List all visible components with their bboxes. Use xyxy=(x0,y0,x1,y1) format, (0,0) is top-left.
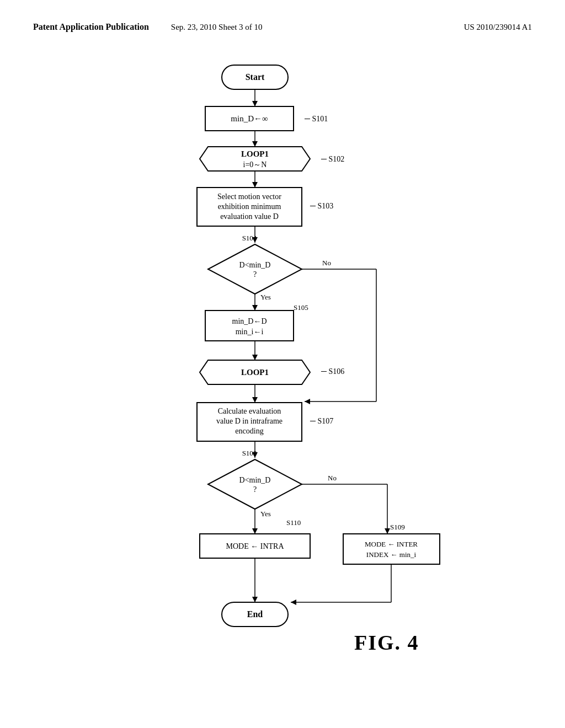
svg-text:?: ? xyxy=(253,485,257,494)
svg-text:─ S106: ─ S106 xyxy=(321,367,344,376)
svg-text:Start: Start xyxy=(246,72,265,82)
svg-text:Select motion vector: Select motion vector xyxy=(217,192,281,201)
svg-text:S104: S104 xyxy=(242,234,257,242)
svg-text:MODE ← INTER: MODE ← INTER xyxy=(365,540,418,548)
svg-rect-35 xyxy=(205,311,294,341)
svg-text:No: No xyxy=(322,259,331,267)
svg-marker-30 xyxy=(305,399,310,404)
svg-text:min_i←i: min_i←i xyxy=(236,328,264,336)
svg-marker-23 xyxy=(208,244,302,294)
svg-marker-3 xyxy=(252,101,258,106)
svg-text:Calculate evaluation: Calculate evaluation xyxy=(218,407,281,415)
svg-marker-44 xyxy=(252,397,258,403)
svg-text:S105: S105 xyxy=(294,303,308,312)
svg-text:Yes: Yes xyxy=(260,510,271,518)
svg-marker-59 xyxy=(385,528,390,534)
patent-number: US 2010/239014 A1 xyxy=(464,23,532,32)
svg-text:encoding: encoding xyxy=(235,427,263,435)
svg-text:LOOP1: LOOP1 xyxy=(241,149,269,158)
svg-marker-73 xyxy=(291,599,296,605)
svg-text:D<min_D: D<min_D xyxy=(239,476,271,484)
svg-text:D<min_D: D<min_D xyxy=(239,261,271,269)
svg-text:i=0～N: i=0～N xyxy=(243,160,267,169)
publication-title: Patent Application Publication xyxy=(33,22,149,32)
page-header: Patent Application Publication Sep. 23, … xyxy=(0,0,565,43)
svg-text:LOOP1: LOOP1 xyxy=(241,368,269,377)
flowchart-svg: Start min_D←∞ ─ S101 LOOP1 i=0～N ─ S102 … xyxy=(89,54,476,688)
svg-text:End: End xyxy=(247,609,263,619)
svg-text:─ S101: ─ S101 xyxy=(304,115,328,123)
svg-text:S108: S108 xyxy=(242,449,257,457)
svg-text:FIG. 4: FIG. 4 xyxy=(354,631,419,654)
svg-text:─ S107: ─ S107 xyxy=(310,417,333,425)
svg-marker-14 xyxy=(252,182,258,188)
svg-text:min_D←D: min_D←D xyxy=(232,317,267,325)
svg-text:S109: S109 xyxy=(390,523,405,531)
svg-marker-75 xyxy=(252,597,258,602)
svg-marker-53 xyxy=(208,459,302,509)
svg-text:evaluation value D: evaluation value D xyxy=(220,212,279,221)
svg-marker-8 xyxy=(252,141,258,147)
svg-text:min_D←∞: min_D←∞ xyxy=(231,114,268,123)
svg-text:S110: S110 xyxy=(286,518,301,527)
svg-rect-61 xyxy=(343,534,440,564)
svg-text:?: ? xyxy=(253,270,257,279)
diagram-container: Start min_D←∞ ─ S101 LOOP1 i=0～N ─ S102 … xyxy=(0,43,565,688)
svg-text:exhibition minimum: exhibition minimum xyxy=(218,202,281,211)
svg-text:value D in intraframe: value D in intraframe xyxy=(216,417,282,425)
svg-text:No: No xyxy=(328,474,337,482)
svg-text:MODE ← INTRA: MODE ← INTRA xyxy=(226,542,285,550)
svg-text:Yes: Yes xyxy=(260,293,271,301)
date-sheet: Sep. 23, 2010 Sheet 3 of 10 xyxy=(171,23,263,32)
svg-marker-34 xyxy=(252,305,258,311)
svg-marker-39 xyxy=(252,355,258,360)
svg-text:─ S102: ─ S102 xyxy=(321,155,344,163)
svg-text:INDEX ← min_i: INDEX ← min_i xyxy=(366,550,417,559)
svg-marker-67 xyxy=(252,528,258,534)
svg-text:─ S103: ─ S103 xyxy=(310,202,333,210)
